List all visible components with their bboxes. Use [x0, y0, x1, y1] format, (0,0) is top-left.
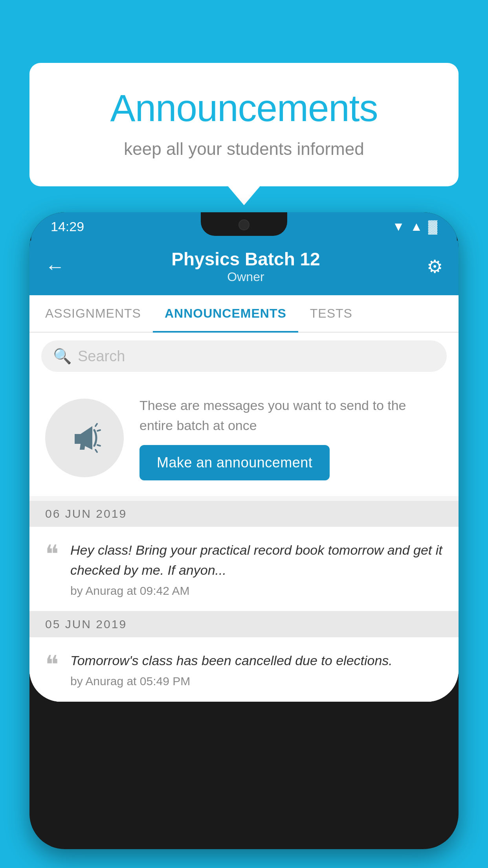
signal-icon: ▲ [410, 219, 423, 234]
battery-icon: ▓ [428, 219, 437, 234]
header-subtitle: Owner [171, 270, 320, 284]
search-icon: 🔍 [53, 348, 72, 365]
search-bar-container: 🔍 Search [29, 333, 459, 380]
announcement-item-1[interactable]: ❝ Hey class! Bring your practical record… [29, 527, 459, 611]
make-announcement-button[interactable]: Make an announcement [139, 445, 330, 480]
wifi-icon: ▼ [392, 219, 405, 234]
announcement-content-1: Hey class! Bring your practical record b… [70, 540, 443, 598]
search-input[interactable]: Search [78, 348, 125, 365]
cta-description: These are messages you want to send to t… [139, 395, 443, 436]
announcement-text-2: Tomorrow's class has been cancelled due … [70, 651, 393, 671]
announcement-text-1: Hey class! Bring your practical record b… [70, 540, 443, 580]
speech-bubble-title: Announcements [61, 86, 427, 130]
status-icons: ▼ ▲ ▓ [392, 219, 437, 234]
cta-text-area: These are messages you want to send to t… [139, 395, 443, 480]
settings-button[interactable]: ⚙ [427, 256, 443, 277]
phone-content: 🔍 Search [29, 333, 459, 702]
tabs-bar: ASSIGNMENTS ANNOUNCEMENTS TESTS [29, 295, 459, 333]
svg-line-3 [95, 450, 97, 452]
tab-announcements[interactable]: ANNOUNCEMENTS [153, 295, 298, 332]
announcement-cta: These are messages you want to send to t… [29, 380, 459, 496]
speech-bubble-container: Announcements keep all your students inf… [29, 63, 459, 186]
quote-icon-2: ❝ [45, 652, 59, 677]
back-button[interactable]: ← [45, 255, 65, 278]
announcement-item-2[interactable]: ❝ Tomorrow's class has been cancelled du… [29, 637, 459, 702]
phone-notch [201, 212, 287, 236]
quote-icon-1: ❝ [45, 542, 59, 567]
svg-line-2 [97, 445, 100, 446]
svg-line-1 [97, 430, 100, 431]
app-header: ← Physics Batch 12 Owner ⚙ [29, 241, 459, 295]
status-time: 14:29 [51, 219, 84, 234]
header-title: Physics Batch 12 [171, 248, 320, 270]
announcement-content-2: Tomorrow's class has been cancelled due … [70, 651, 393, 688]
header-center: Physics Batch 12 Owner [171, 248, 320, 284]
speech-bubble-subtitle: keep all your students informed [61, 139, 427, 159]
tab-tests[interactable]: TESTS [298, 295, 364, 332]
phone-frame: 14:29 ▼ ▲ ▓ ← Physics Batch 12 Owner ⚙ A… [29, 212, 459, 849]
announcement-meta-1: by Anurag at 09:42 AM [70, 584, 443, 598]
speech-bubble: Announcements keep all your students inf… [29, 63, 459, 186]
date-separator-1: 06 JUN 2019 [29, 501, 459, 527]
announcement-meta-2: by Anurag at 05:49 PM [70, 675, 393, 688]
tab-assignments[interactable]: ASSIGNMENTS [33, 295, 153, 332]
front-camera [238, 219, 250, 230]
phone-container: 14:29 ▼ ▲ ▓ ← Physics Batch 12 Owner ⚙ A… [29, 212, 459, 868]
date-separator-2: 05 JUN 2019 [29, 611, 459, 637]
megaphone-circle [45, 399, 124, 477]
svg-line-0 [95, 424, 97, 426]
megaphone-icon [65, 418, 104, 458]
search-input-wrap[interactable]: 🔍 Search [41, 340, 447, 372]
